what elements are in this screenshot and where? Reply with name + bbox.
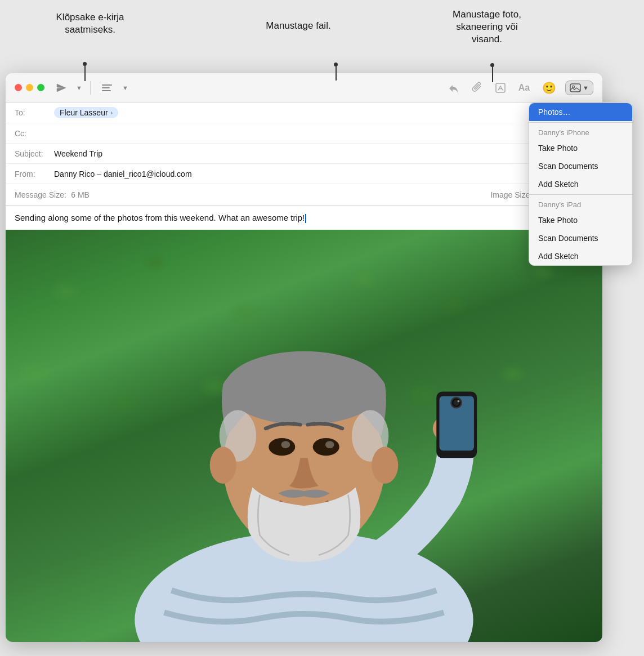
dropdown-device1-item-2[interactable]: Add Sketch xyxy=(529,175,632,193)
callout-attach: Manustage fail. xyxy=(248,20,349,32)
photo-area xyxy=(6,230,602,642)
attach-button[interactable] xyxy=(469,79,486,96)
callout-insert-dot xyxy=(490,63,494,67)
mail-body[interactable]: Sending along some of the photos from th… xyxy=(6,206,602,230)
image-size-label: Image Size: xyxy=(490,190,532,199)
dropdown-device2-header: Danny's iPad xyxy=(529,196,632,211)
to-field: To: Fleur Lasseur › xyxy=(6,102,602,123)
cc-field: Cc: xyxy=(6,123,602,144)
svg-point-14 xyxy=(281,441,290,448)
maximize-button[interactable] xyxy=(37,84,44,91)
close-button[interactable] xyxy=(15,84,22,91)
callout-attach-dot xyxy=(334,63,338,66)
dropdown-device2-item-1[interactable]: Scan Documents xyxy=(529,229,632,247)
insert-photo-button[interactable]: ▼ xyxy=(565,81,593,95)
dropdown-sep-2 xyxy=(529,194,632,195)
recipient-chip[interactable]: Fleur Lasseur › xyxy=(54,107,118,118)
svg-rect-2 xyxy=(102,90,111,91)
message-size-label: Message Size: xyxy=(15,190,66,199)
message-size-value: 6 MB xyxy=(71,190,90,199)
body-text: Sending along some of the photos from th… xyxy=(15,213,305,222)
mail-header: To: Fleur Lasseur › Cc: Subject: Weekend… xyxy=(6,102,602,206)
format-button[interactable] xyxy=(97,81,117,95)
recipient-chevron: › xyxy=(111,109,113,116)
insert-photo-chevron: ▼ xyxy=(583,84,589,91)
svg-point-13 xyxy=(313,438,339,456)
dropdown-photos[interactable]: Photos… xyxy=(529,103,632,121)
reply-button[interactable] xyxy=(444,81,463,95)
svg-point-16 xyxy=(210,447,236,484)
dropdown-device1-item-0[interactable]: Take Photo xyxy=(529,139,632,157)
toolbar: ▼ ▼ xyxy=(6,73,602,102)
svg-point-17 xyxy=(372,447,398,484)
cc-label: Cc: xyxy=(15,129,54,138)
svg-rect-4 xyxy=(570,84,580,92)
mail-window: ▼ ▼ xyxy=(6,73,602,642)
subject-field: Subject: Weekend Trip xyxy=(6,144,602,164)
svg-point-12 xyxy=(269,438,295,456)
dropdown-device1-header: Danny's iPhone xyxy=(529,124,632,139)
svg-rect-1 xyxy=(102,87,110,88)
message-size-row: Message Size: 6 MB Image Size: Actual Si… xyxy=(6,184,602,206)
recipient-name: Fleur Lasseur xyxy=(60,108,108,117)
dropdown-device2-item-2[interactable]: Add Sketch xyxy=(529,247,632,265)
send-dropdown-button[interactable]: ▼ xyxy=(75,82,83,93)
subject-value[interactable]: Weekend Trip xyxy=(54,149,102,158)
svg-point-15 xyxy=(325,441,334,448)
font-button[interactable]: Aa xyxy=(515,81,533,95)
format-dropdown-button[interactable]: ▼ xyxy=(121,82,129,93)
from-label: From: xyxy=(15,169,54,178)
dropdown-device2-item-0[interactable]: Take Photo xyxy=(529,211,632,229)
svg-rect-3 xyxy=(496,83,505,92)
person-svg xyxy=(6,230,602,642)
sketch-button[interactable] xyxy=(491,80,509,96)
subject-label: Subject: xyxy=(15,149,54,158)
minimize-button[interactable] xyxy=(26,84,33,91)
text-cursor xyxy=(305,214,306,223)
from-field: From: Danny Rico – daniel_rico1@icloud.c… xyxy=(6,164,602,184)
callout-send-dot xyxy=(83,62,87,66)
window-controls xyxy=(15,84,44,91)
from-value: Danny Rico – daniel_rico1@icloud.com xyxy=(54,169,192,178)
selfie-image xyxy=(6,230,602,642)
dropdown-device1-item-1[interactable]: Scan Documents xyxy=(529,157,632,175)
dropdown-sep-1 xyxy=(529,122,632,123)
svg-rect-0 xyxy=(102,84,112,86)
toolbar-right: Aa 🙂 ▼ xyxy=(444,79,593,97)
emoji-button[interactable]: 🙂 xyxy=(539,79,560,97)
callout-insert: Manustage foto, skaneering või visand. xyxy=(428,8,546,46)
svg-point-23 xyxy=(458,400,460,403)
to-label: To: xyxy=(15,108,54,117)
separator-1 xyxy=(90,81,91,95)
callout-send: Klõpsake e-kirja saatmiseks. xyxy=(45,11,135,36)
dropdown-menu: Photos… Danny's iPhone Take Photo Scan D… xyxy=(529,102,633,266)
send-button[interactable] xyxy=(52,81,70,95)
